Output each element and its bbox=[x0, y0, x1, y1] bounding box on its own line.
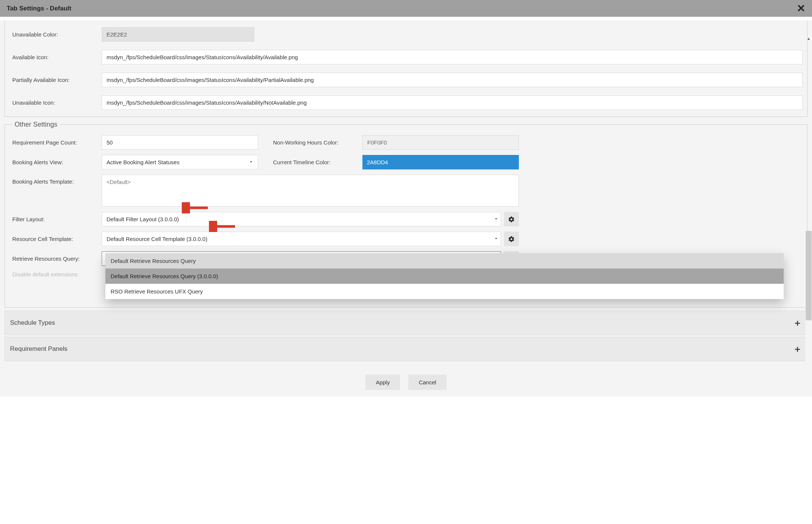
partially-available-icon-label: Partially Available Icon: bbox=[12, 77, 102, 83]
requirement-page-count-label: Requirement Page Count: bbox=[12, 139, 102, 146]
resource-cell-template-gear-button[interactable] bbox=[504, 232, 519, 246]
partially-available-icon-input[interactable] bbox=[102, 73, 803, 87]
booking-alerts-template-label: Booking Alerts Template: bbox=[12, 175, 102, 185]
unavailable-icon-input[interactable] bbox=[102, 95, 803, 110]
accordion-label: Schedule Types bbox=[10, 319, 55, 327]
gear-icon bbox=[508, 236, 515, 242]
icon-settings-section: Unavailable Color: E2E2E2 Available Icon… bbox=[4, 20, 808, 117]
available-icon-input[interactable] bbox=[102, 50, 803, 64]
booking-alerts-template-input[interactable] bbox=[102, 175, 519, 207]
disable-default-extensions-label: Disable default extensions: bbox=[12, 271, 102, 277]
apply-button[interactable]: Apply bbox=[365, 375, 400, 390]
titlebar: Tab Settings - Default ✕ bbox=[0, 0, 812, 17]
non-working-hours-color-label: Non-Working Hours Color: bbox=[273, 139, 362, 146]
dialog-body: ▲ Unavailable Color: E2E2E2 Available Ic… bbox=[0, 20, 812, 397]
filter-layout-label: Filter Layout: bbox=[12, 216, 102, 222]
retrieve-resources-query-dropdown: Default Retrieve Resources Query Default… bbox=[105, 253, 784, 299]
requirement-panels-accordion[interactable]: Requirement Panels ＋ bbox=[4, 337, 808, 361]
dropdown-option[interactable]: RSO Retrieve Resources UFX Query bbox=[105, 284, 784, 299]
unavailable-icon-label: Unavailable Icon: bbox=[12, 99, 102, 106]
dialog-footer: Apply Cancel bbox=[0, 369, 812, 397]
dropdown-option[interactable]: Default Retrieve Resources Query bbox=[105, 253, 784, 269]
resource-cell-template-select[interactable]: Default Resource Cell Template (3.0.0.0) bbox=[102, 232, 501, 246]
cancel-button[interactable]: Cancel bbox=[408, 375, 447, 390]
non-working-hours-color-value[interactable]: F0F0F0 bbox=[362, 135, 519, 150]
booking-alerts-view-select[interactable]: Active Booking Alert Statuses bbox=[102, 155, 258, 169]
close-icon[interactable]: ✕ bbox=[797, 2, 805, 15]
gear-icon bbox=[508, 216, 515, 223]
filter-layout-select[interactable]: Default Filter Layout (3.0.0.0) bbox=[102, 212, 501, 226]
other-settings-section: Other Settings Requirement Page Count: N… bbox=[4, 121, 808, 308]
requirement-page-count-input[interactable] bbox=[102, 135, 258, 150]
accordion-label: Requirement Panels bbox=[10, 345, 67, 353]
unavailable-color-value: E2E2E2 bbox=[102, 27, 254, 42]
booking-alerts-view-label: Booking Alerts View: bbox=[12, 159, 102, 165]
plus-icon: ＋ bbox=[793, 343, 802, 355]
dropdown-option[interactable]: Default Retrieve Resources Query (3.0.0.… bbox=[105, 269, 784, 284]
available-icon-label: Available Icon: bbox=[12, 54, 102, 60]
resource-cell-template-label: Resource Cell Template: bbox=[12, 236, 102, 242]
plus-icon: ＋ bbox=[793, 317, 802, 329]
retrieve-resources-query-label: Retrieve Resources Query: bbox=[12, 255, 102, 262]
current-timeline-color-value[interactable]: 2A8DD4 bbox=[362, 155, 519, 169]
current-timeline-color-label: Current Timeline Color: bbox=[273, 159, 362, 165]
other-settings-legend: Other Settings bbox=[12, 121, 60, 128]
schedule-types-accordion[interactable]: Schedule Types ＋ bbox=[4, 311, 808, 335]
dialog-title: Tab Settings - Default bbox=[7, 5, 71, 12]
filter-layout-gear-button[interactable] bbox=[504, 212, 519, 226]
unavailable-color-label: Unavailable Color: bbox=[12, 31, 102, 38]
